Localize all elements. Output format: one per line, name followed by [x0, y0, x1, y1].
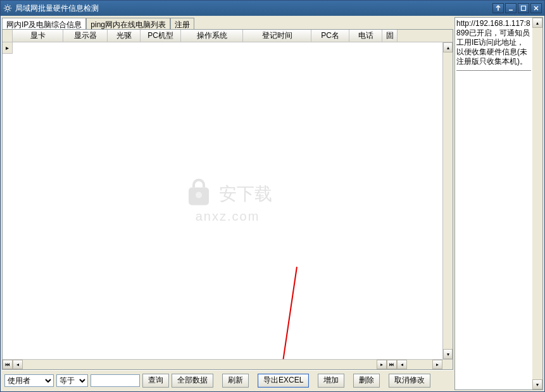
col-header-0[interactable]: 显卡 [13, 30, 63, 42]
window-title: 局域网批量硬件信息检测 [15, 3, 492, 14]
window-controls [492, 3, 542, 13]
grid-header: 显卡显示器光驱PC机型操作系统登记时间PC名电话固 [3, 30, 453, 42]
close-button[interactable] [530, 3, 542, 13]
data-grid: 显卡显示器光驱PC机型操作系统登记时间PC名电话固 ▸ 安下载 anxz.com [2, 29, 453, 370]
gear-icon [3, 4, 12, 13]
add-button[interactable]: 增加 [318, 374, 344, 388]
info-scroll-down-icon[interactable]: ▾ [532, 379, 542, 389]
info-scrollbar[interactable]: ▴ ▾ [532, 18, 542, 389]
body-area: 网内IP及电脑综合信息ping网内在线电脑列表注册 显卡显示器光驱PC机型操作系… [1, 16, 544, 391]
grid-corner-br [442, 360, 453, 369]
query-button[interactable]: 查询 [142, 374, 169, 388]
nav-last-icon[interactable]: ⏭ [387, 360, 397, 369]
scroll-down-icon[interactable]: ▾ [443, 349, 453, 359]
svg-rect-11 [522, 6, 526, 11]
svg-point-0 [6, 6, 9, 9]
scroll-track[interactable] [443, 52, 453, 349]
svg-line-5 [5, 6, 6, 6]
maximize-button[interactable] [518, 3, 529, 13]
col-header-3[interactable]: PC机型 [141, 30, 181, 42]
left-pane: 网内IP及电脑综合信息ping网内在线电脑列表注册 显卡显示器光驱PC机型操作系… [2, 17, 453, 390]
delete-button[interactable]: 删除 [353, 374, 380, 388]
all-data-button[interactable]: 全部数据 [172, 374, 213, 388]
horizontal-scrollbar[interactable]: ⏮ ◂ ▸ ⏭ ◂ ▸ [3, 359, 453, 369]
watermark-text1: 安下载 [219, 181, 272, 205]
info-divider [456, 70, 531, 71]
cancel-edit-button[interactable]: 取消修改 [389, 374, 430, 388]
filter-field-select[interactable]: 使用者 [4, 374, 54, 387]
info-scroll-up-icon[interactable]: ▴ [532, 18, 542, 28]
hscroll-track[interactable] [23, 360, 377, 369]
col-header-7[interactable]: 电话 [349, 30, 382, 42]
refresh-button[interactable]: 刷新 [222, 374, 249, 388]
app-window: 局域网批量硬件信息检测 网内IP及电脑综合信息ping网内在线电脑列表注册 显卡… [0, 0, 545, 392]
scroll-right-icon[interactable]: ▸ [432, 360, 442, 369]
col-header-6[interactable]: PC名 [311, 30, 349, 42]
col-header-2[interactable]: 光驱 [108, 30, 141, 42]
svg-point-15 [196, 192, 202, 198]
grid-body[interactable]: ▸ 安下载 anxz.com ▴ [3, 42, 453, 359]
scroll-left-icon[interactable]: ◂ [397, 360, 407, 369]
export-excel-button[interactable]: 导出EXCEL [258, 374, 309, 388]
tab-0[interactable]: 网内IP及电脑综合信息 [2, 18, 86, 30]
col-header-4[interactable]: 操作系统 [181, 30, 243, 42]
svg-line-6 [9, 10, 10, 11]
svg-line-17 [281, 267, 297, 359]
filter-op-select[interactable]: 等于 [56, 374, 88, 387]
tab-1[interactable]: ping网内在线电脑列表 [86, 18, 170, 30]
scroll-up-icon[interactable]: ▴ [443, 42, 453, 52]
help-button[interactable] [492, 3, 504, 13]
bottom-toolbar: 使用者 等于 查询 全部数据 刷新 导出EXCEL 增加 删除 取消修改 [2, 370, 453, 390]
minimize-button[interactable] [505, 3, 517, 13]
col-header-1[interactable]: 显示器 [63, 30, 108, 42]
vertical-scrollbar[interactable]: ▴ ▾ [442, 42, 453, 359]
nav-prev-icon[interactable]: ◂ [13, 360, 23, 369]
filter-value-input[interactable] [91, 374, 140, 387]
svg-line-7 [5, 10, 6, 11]
info-text: http://192.168.1.117:8899已开启，可通知员工用IE访问此… [456, 19, 541, 66]
svg-rect-14 [189, 187, 209, 205]
arrow-annotation [262, 264, 300, 359]
watermark: 安下载 anxz.com [184, 178, 272, 223]
nav-next-icon[interactable]: ▸ [377, 360, 387, 369]
hscroll-spacer [407, 360, 432, 369]
info-panel: http://192.168.1.117:8899已开启，可通知员工用IE访问此… [454, 17, 543, 390]
col-header-5[interactable]: 登记时间 [243, 30, 311, 42]
grid-corner [3, 30, 13, 42]
nav-first-icon[interactable]: ⏮ [3, 360, 13, 369]
svg-line-8 [9, 6, 10, 6]
watermark-text2: anxz.com [184, 209, 272, 223]
row-indicator-icon: ▸ [3, 42, 13, 54]
tab-2[interactable]: 注册 [170, 18, 194, 30]
tab-bar: 网内IP及电脑综合信息ping网内在线电脑列表注册 [2, 17, 453, 30]
info-scroll-track[interactable] [532, 28, 542, 379]
titlebar: 局域网批量硬件信息检测 [1, 1, 544, 16]
col-header-8[interactable]: 固 [382, 30, 398, 42]
